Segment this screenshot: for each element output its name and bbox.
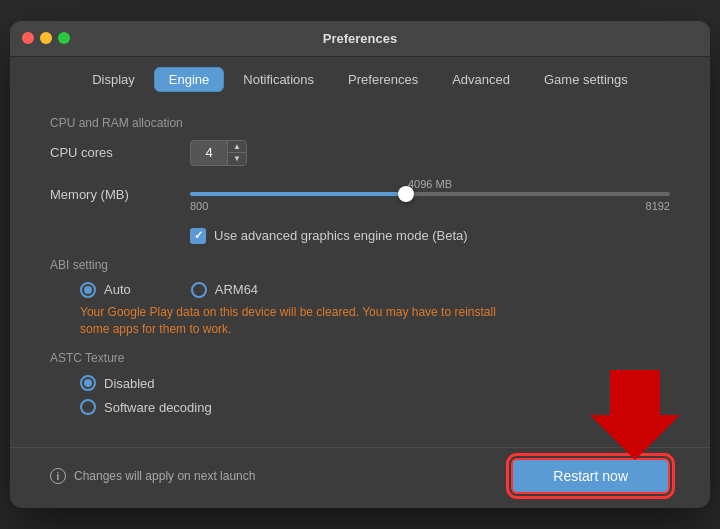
slider-wrapper	[190, 192, 670, 196]
astc-section-label: ASTC Texture	[50, 351, 670, 365]
tab-display[interactable]: Display	[77, 67, 150, 92]
tab-engine[interactable]: Engine	[154, 67, 224, 92]
tabs-bar: Display Engine Notifications Preferences…	[10, 57, 710, 100]
titlebar: Preferences	[10, 21, 710, 57]
slider-track[interactable]	[190, 192, 670, 196]
stepper-arrows: ▲ ▼	[227, 141, 246, 165]
restart-area: Restart now	[511, 458, 670, 494]
abi-arm64-radio[interactable]	[191, 282, 207, 298]
abi-warning: Your Google Play data on this device wil…	[80, 304, 500, 338]
slider-thumb[interactable]	[398, 186, 414, 202]
info-icon: i	[50, 468, 66, 484]
cpu-cores-row: CPU cores 4 ▲ ▼	[50, 140, 670, 166]
tab-notifications[interactable]: Notifications	[228, 67, 329, 92]
memory-slider-container: 4096 MB 800 8192	[190, 178, 670, 212]
astc-software-option[interactable]: Software decoding	[80, 399, 670, 415]
stepper-up[interactable]: ▲	[228, 141, 246, 153]
slider-max-label: 8192	[646, 200, 670, 212]
abi-arm64-option[interactable]: ARM64	[191, 282, 258, 298]
cpu-ram-section: CPU and RAM allocation CPU cores 4 ▲ ▼ M…	[50, 116, 670, 212]
tab-preferences[interactable]: Preferences	[333, 67, 433, 92]
abi-auto-radio[interactable]	[80, 282, 96, 298]
restart-now-button[interactable]: Restart now	[511, 458, 670, 494]
abi-auto-option[interactable]: Auto	[80, 282, 131, 298]
slider-fill	[190, 192, 406, 196]
abi-radio-group: Auto ARM64	[80, 282, 670, 298]
close-button[interactable]	[22, 32, 34, 44]
stepper-down[interactable]: ▼	[228, 153, 246, 165]
memory-value-label: 4096 MB	[408, 178, 452, 190]
astc-disabled-inner	[84, 379, 92, 387]
slider-range-labels: 800 8192	[190, 200, 670, 212]
cpu-value: 4	[191, 143, 227, 162]
memory-row: Memory (MB) 4096 MB 800 8192	[50, 178, 670, 212]
footer-left: i Changes will apply on next launch	[50, 468, 255, 484]
tab-game-settings[interactable]: Game settings	[529, 67, 643, 92]
graphics-checkbox-row: ✓ Use advanced graphics engine mode (Bet…	[190, 228, 670, 244]
cpu-label: CPU cores	[50, 145, 190, 160]
checkbox-check-icon: ✓	[194, 229, 203, 242]
preferences-window: Preferences Display Engine Notifications…	[10, 21, 710, 509]
memory-label: Memory (MB)	[50, 187, 190, 202]
astc-section: ASTC Texture Disabled Software decoding	[50, 351, 670, 415]
minimize-button[interactable]	[40, 32, 52, 44]
astc-radio-group: Disabled Software decoding	[80, 375, 670, 415]
graphics-checkbox-label: Use advanced graphics engine mode (Beta)	[214, 228, 468, 243]
slider-min-label: 800	[190, 200, 208, 212]
content-area: CPU and RAM allocation CPU cores 4 ▲ ▼ M…	[10, 100, 710, 448]
cpu-ram-section-label: CPU and RAM allocation	[50, 116, 670, 130]
abi-arm64-label: ARM64	[215, 282, 258, 297]
astc-software-radio[interactable]	[80, 399, 96, 415]
traffic-lights	[22, 32, 70, 44]
abi-section: ABI setting Auto ARM64 Your Google Play …	[50, 258, 670, 338]
abi-auto-label: Auto	[104, 282, 131, 297]
footer: i Changes will apply on next launch Rest…	[10, 447, 710, 508]
window-title: Preferences	[323, 31, 397, 46]
astc-disabled-label: Disabled	[104, 376, 155, 391]
tab-advanced[interactable]: Advanced	[437, 67, 525, 92]
cpu-stepper[interactable]: 4 ▲ ▼	[190, 140, 247, 166]
footer-info-text: Changes will apply on next launch	[74, 469, 255, 483]
astc-disabled-radio[interactable]	[80, 375, 96, 391]
abi-auto-radio-inner	[84, 286, 92, 294]
maximize-button[interactable]	[58, 32, 70, 44]
astc-software-label: Software decoding	[104, 400, 212, 415]
astc-disabled-option[interactable]: Disabled	[80, 375, 670, 391]
graphics-checkbox[interactable]: ✓	[190, 228, 206, 244]
abi-section-label: ABI setting	[50, 258, 670, 272]
